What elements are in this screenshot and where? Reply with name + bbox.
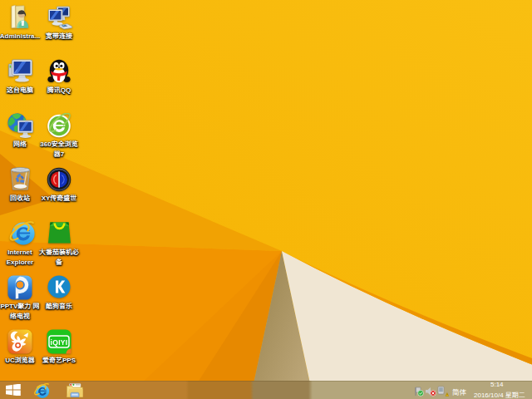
svg-text:iQIYI: iQIYI — [51, 338, 68, 347]
